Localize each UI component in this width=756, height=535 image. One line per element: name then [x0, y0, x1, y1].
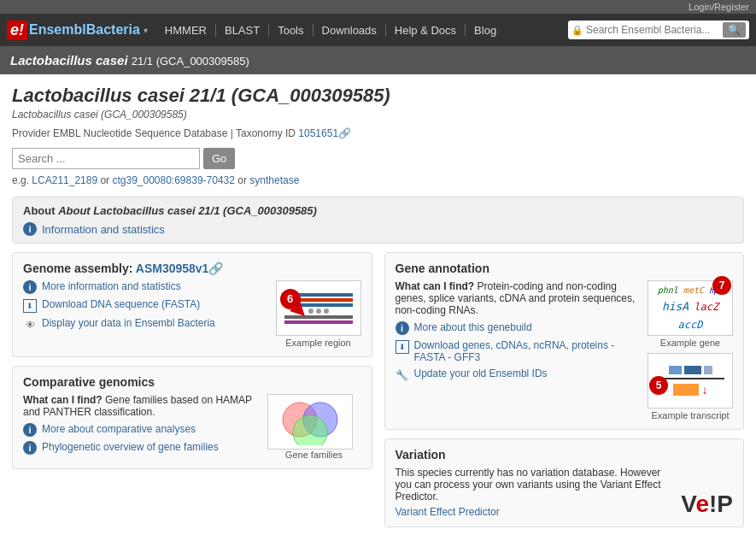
provider-label: Provider	[12, 127, 50, 139]
download-icon-ga: ⬇	[23, 299, 37, 313]
nav-downloads[interactable]: Downloads	[314, 24, 386, 37]
example-link-1[interactable]: LCA211_2189	[32, 174, 97, 186]
ga-anno-link-2: ⬇ Download genes, cDNAs, ncRNA, proteins…	[396, 339, 642, 363]
brand-sub: Bacteria	[86, 22, 140, 37]
page-title: Lactobacillus casei 21/1 (GCA_000309585)	[12, 85, 744, 107]
nav-help[interactable]: Help & Docs	[386, 24, 466, 37]
display-icon-ga: 👁	[23, 318, 37, 332]
nav-search-box: 🔒 🔍	[568, 21, 749, 39]
ga-anno-link-1: i More about this genebuild	[396, 321, 642, 335]
genome-assembly-image-wrap: Example region 6 ▶	[276, 280, 361, 348]
gene-annotation-panel: Gene annotation What can I find? Protein…	[384, 252, 745, 430]
info-icon-cg1: i	[23, 423, 37, 437]
comparative-genomics-body: What can I find? Gene families based on …	[23, 394, 361, 460]
nav-blog[interactable]: Blog	[466, 24, 505, 37]
search-row: Go	[12, 148, 744, 169]
ga-display-link[interactable]: Display your data in Ensembl Bacteria	[42, 317, 215, 329]
nav-blast[interactable]: BLAST	[216, 24, 269, 37]
example-line: e.g. LCA211_2189 or ctg39_00080:69839-70…	[12, 174, 744, 186]
about-heading: About About Lactobacillus casei 21/1 (GC…	[23, 204, 733, 217]
comparative-genomics-links: What can I find? Gene families based on …	[23, 394, 261, 460]
gene-annotation-links: What can I find? Protein-coding and non-…	[396, 280, 642, 420]
gene-annotation-body: What can I find? Protein-coding and non-…	[396, 280, 734, 420]
nav-bar: e! EnsemblBacteria ▾ HMMER BLAST Tools D…	[0, 14, 756, 46]
left-column: Genome assembly: ASM30958v1🔗 i More info…	[12, 252, 372, 535]
species-assembly: 21/1 (GCA_000309585)	[132, 55, 249, 68]
gene-annotation-heading: Gene annotation	[396, 262, 734, 275]
variation-panel: Variation This species currently has no …	[384, 438, 745, 527]
genome-assembly-links: i More information and statistics ⬇ Down…	[23, 280, 269, 348]
tools-icon-anno: 🔧	[396, 368, 409, 382]
cg-link-1: i More about comparative analyses	[23, 423, 261, 437]
nav-search-button[interactable]: 🔍	[723, 22, 746, 38]
example-region-label: Example region	[276, 338, 361, 348]
annotation-badge-5: 5	[649, 376, 668, 395]
taxonomy-label: Taxonomy ID	[236, 127, 296, 139]
login-register-link[interactable]: Login/Register	[689, 2, 749, 12]
variation-body: This species currently has no variation …	[396, 467, 734, 518]
nav-logo[interactable]: e! EnsemblBacteria ▾	[7, 21, 148, 40]
nav-search-input[interactable]	[586, 24, 723, 36]
nav-dropdown-arrow[interactable]: ▾	[144, 26, 148, 35]
example-link-3[interactable]: synthetase	[249, 174, 299, 186]
genome-assembly-panel: Genome assembly: ASM30958v1🔗 i More info…	[12, 252, 372, 357]
right-column: Gene annotation What can I find? Protein…	[384, 252, 745, 535]
genome-assembly-heading: Genome assembly: ASM30958v1🔗	[23, 262, 361, 275]
info-link-row: i Information and statistics	[23, 222, 733, 236]
top-bar: Login/Register	[0, 0, 756, 14]
comparative-genomics-desc: What can I find? Gene families based on …	[23, 394, 261, 418]
info-icon-ga1: i	[23, 280, 37, 294]
example-link-2[interactable]: ctg39_00080:69839-70432	[112, 174, 234, 186]
gene-lacZ: lacZ	[692, 301, 720, 313]
gene-hisA: hisA	[660, 300, 690, 313]
gene-families-img	[267, 394, 353, 450]
search-go-button[interactable]: Go	[203, 148, 235, 169]
download-icon-anno: ⬇	[396, 340, 409, 354]
gene-annotation-desc: What can I find? Protein-coding and non-…	[396, 280, 642, 316]
example-gene-label: Example gene	[648, 338, 733, 348]
main-search-input[interactable]	[12, 148, 200, 169]
cg-link-2: i Phylogenetic overview of gene families	[23, 441, 261, 455]
brand-text: EnsemblBacteria	[29, 22, 140, 38]
gene-families-image-wrap: Gene families	[267, 394, 361, 460]
gene-phnl: phnl	[656, 285, 680, 295]
anno-download-link[interactable]: Download genes, cDNAs, ncRNA, proteins -…	[414, 339, 642, 363]
variation-text: This species currently has no variation …	[396, 467, 673, 518]
ga-link-2: ⬇ Download DNA sequence (FASTA)	[23, 298, 269, 313]
vel-logo: Ve!P	[681, 491, 733, 518]
vep-link[interactable]: Variant Effect Predictor	[396, 506, 500, 518]
nav-tools[interactable]: Tools	[269, 24, 313, 37]
cg-phylogenetic-link[interactable]: Phylogenetic overview of gene families	[42, 441, 219, 453]
nav-hmmer[interactable]: HMMER	[156, 24, 216, 37]
ga-link-3: 👁 Display your data in Ensembl Bacteria	[23, 317, 269, 332]
about-section: About About Lactobacillus casei 21/1 (GC…	[12, 197, 744, 244]
comparative-genomics-heading: Comparative genomics	[23, 375, 361, 389]
taxonomy-id-link[interactable]: 1051651	[298, 127, 338, 139]
info-icon-anno1: i	[396, 321, 409, 335]
ga-more-info-link[interactable]: More information and statistics	[42, 280, 181, 292]
gene-annotation-image-wrap: phnl metC hpt hisA lacZ accD Example gen…	[648, 280, 733, 420]
gene-families-label: Gene families	[267, 450, 361, 460]
cg-more-analyses-link[interactable]: More about comparative analyses	[42, 423, 196, 435]
nav-links: HMMER BLAST Tools Downloads Help & Docs …	[156, 24, 568, 37]
variation-heading: Variation	[396, 448, 734, 462]
anno-genebuild-link[interactable]: More about this genebuild	[414, 321, 532, 333]
gene-metC: metC	[682, 285, 706, 295]
page-content: Lactobacillus casei 21/1 (GCA_000309585)…	[0, 74, 756, 535]
venn-diagram	[276, 398, 344, 445]
example-transcript-label: Example transcript	[648, 410, 733, 420]
info-icon-about: i	[23, 222, 37, 236]
species-bar: Lactobacillus casei 21/1 (GCA_000309585)	[0, 46, 756, 74]
ga-download-link[interactable]: Download DNA sequence (FASTA)	[42, 298, 200, 310]
e-icon: e!	[7, 21, 27, 40]
assembly-link[interactable]: ASM30958v1	[136, 262, 209, 275]
anno-update-link[interactable]: Update your old Ensembl IDs	[414, 367, 548, 379]
lock-icon: 🔒	[571, 25, 583, 36]
variation-desc: This species currently has no variation …	[396, 467, 673, 503]
brand-name: Ensembl	[29, 22, 86, 37]
sections-grid: Genome assembly: ASM30958v1🔗 i More info…	[12, 252, 744, 535]
info-statistics-link[interactable]: Information and statistics	[42, 223, 165, 236]
annotation-badge-7: 7	[712, 276, 731, 295]
provider-name: EMBL Nucleotide Sequence Database	[53, 127, 227, 139]
provider-line: Provider EMBL Nucleotide Sequence Databa…	[12, 127, 744, 139]
